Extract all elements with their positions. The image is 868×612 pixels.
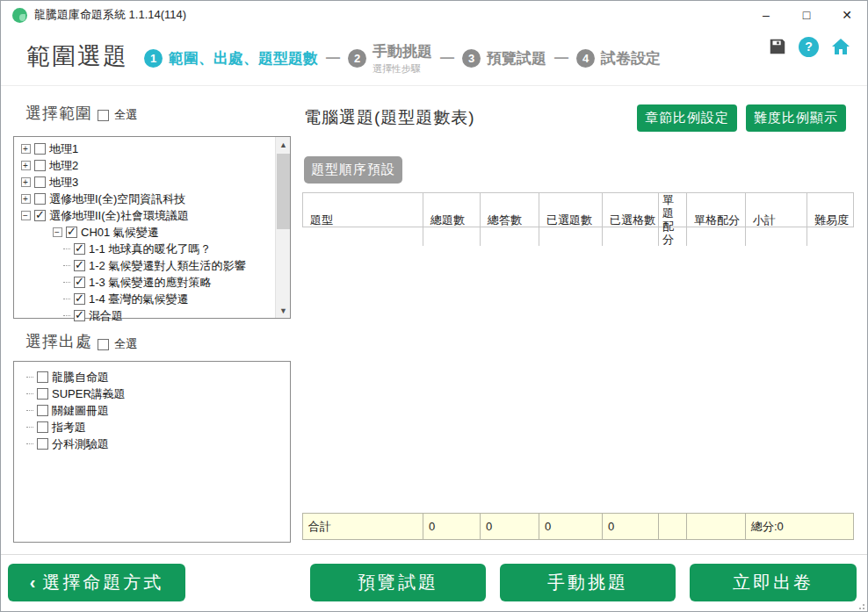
difficulty-ratio-button[interactable]: 難度比例顯示 — [746, 104, 846, 132]
back-button[interactable]: ‹ 選擇命題方式 — [8, 564, 185, 601]
step-3-label: 預覽試題 — [487, 48, 546, 68]
question-table-header: 題型 總題數 總答數 已選題數 已選格數 單題配分 單格配分 小計 難易度 — [302, 192, 854, 227]
tree-checkbox[interactable] — [74, 243, 85, 255]
scope-section-title: 選擇範圍 — [25, 103, 92, 124]
tree-connector — [26, 443, 33, 444]
source-checkbox[interactable] — [37, 405, 48, 416]
tree-checkbox[interactable] — [66, 227, 77, 238]
back-button-label: 選擇命題方式 — [42, 571, 163, 594]
source-list: 龍騰自命題 SUPER講義題 關鍵圖冊題 指考題 分科測驗題 — [13, 361, 291, 543]
tree-checkbox[interactable] — [34, 160, 46, 171]
tree-item[interactable]: CH01 氣候變遷 — [14, 224, 275, 241]
list-item[interactable]: 關鍵圖冊題 — [14, 402, 290, 419]
scope-select-all-checkbox[interactable] — [98, 110, 109, 121]
tree-item-label: 1-4 臺灣的氣候變遷 — [89, 292, 188, 307]
column-header: 單格配分 — [687, 193, 746, 246]
tree-connector — [63, 299, 70, 299]
maximize-button[interactable]: □ — [786, 1, 827, 29]
column-header: 已選格數 — [603, 193, 659, 246]
step-1-label: 範圍、出處、題型題數 — [169, 48, 318, 68]
step-3: 3 預覽試題 — [462, 48, 546, 68]
tree-checkbox[interactable] — [74, 260, 85, 271]
step-2-number: 2 — [348, 49, 366, 68]
expand-plus-icon[interactable] — [21, 194, 31, 204]
page-header: 範圍選題 1 範圍、出處、題型題數 — 2 手動挑題 選擇性步驟 — 3 預覽試… — [1, 29, 867, 86]
tree-item[interactable]: 混合題 — [14, 307, 275, 324]
tree-checkbox[interactable] — [74, 277, 85, 288]
source-select-all-checkbox[interactable] — [98, 339, 109, 350]
expand-minus-icon[interactable] — [53, 227, 62, 237]
save-icon[interactable] — [768, 37, 787, 56]
step-dash: — — [326, 50, 340, 66]
tree-checkbox[interactable] — [74, 293, 85, 305]
tree-item[interactable]: 1-1 地球真的暖化了嗎？ — [14, 241, 275, 257]
tree-item[interactable]: 選修地理I(全)空間資訊科技 — [14, 191, 275, 207]
title-bar: 龍騰題庫命題系統 1.1.14(114) – □ ✕ — [1, 1, 867, 29]
tree-item[interactable]: 地理1 — [14, 140, 275, 157]
home-icon[interactable] — [830, 36, 851, 57]
tree-connector — [63, 265, 70, 266]
tree-item[interactable]: 1-4 臺灣的氣候變遷 — [14, 291, 275, 307]
tree-item-label: 地理2 — [49, 158, 78, 174]
minimize-button[interactable]: – — [746, 1, 786, 29]
list-item[interactable]: 龍騰自命題 — [14, 369, 290, 385]
expand-plus-icon[interactable] — [21, 177, 31, 187]
chapter-ratio-button[interactable]: 章節比例設定 — [637, 104, 737, 132]
step-indicator: 1 範圍、出處、題型題數 — 2 手動挑題 選擇性步驟 — 3 預覽試題 — 4… — [144, 36, 661, 80]
tree-item[interactable]: 1-3 氣候變遷的應對策略 — [14, 274, 275, 291]
scope-tree: 地理1 地理2 地理3 選修地理I(全)空間資訊科技 選修地理II(全)社會環境… — [13, 136, 291, 319]
expand-plus-icon[interactable] — [21, 144, 31, 154]
expand-minus-icon[interactable] — [21, 211, 31, 220]
list-item[interactable]: SUPER講義題 — [14, 385, 290, 402]
column-header: 小計 — [746, 193, 807, 246]
list-item[interactable]: 分科測驗題 — [14, 436, 290, 452]
step-dash: — — [554, 50, 568, 66]
column-header: 已選題數 — [539, 193, 603, 246]
tree-checkbox[interactable] — [34, 143, 46, 155]
manual-pick-button[interactable]: 手動挑題 — [500, 564, 676, 601]
generate-paper-button[interactable]: 立即出卷 — [690, 564, 857, 601]
list-item-label: 關鍵圖冊題 — [52, 403, 109, 419]
tree-checkbox[interactable] — [34, 193, 46, 205]
tree-connector — [26, 377, 33, 378]
list-item-label: 龍騰自命題 — [52, 370, 109, 385]
step-1-number: 1 — [144, 49, 163, 68]
tree-scrollbar[interactable]: ▲ ▼ — [275, 137, 290, 318]
question-order-button[interactable]: 題型順序預設 — [304, 156, 402, 184]
source-checkbox[interactable] — [37, 388, 48, 400]
close-button[interactable]: ✕ — [827, 1, 867, 29]
expand-plus-icon[interactable] — [21, 161, 31, 170]
help-icon[interactable]: ? — [799, 37, 819, 57]
scroll-up-icon[interactable]: ▲ — [276, 137, 291, 152]
step-4: 4 試卷設定 — [576, 48, 661, 68]
tree-checkbox[interactable] — [34, 210, 46, 221]
app-logo-icon — [12, 8, 27, 23]
tree-connector — [63, 282, 70, 283]
step-3-number: 3 — [462, 49, 481, 68]
scroll-down-icon[interactable]: ▼ — [276, 303, 291, 318]
tree-item-label: 1-3 氣候變遷的應對策略 — [89, 275, 211, 291]
list-item[interactable]: 指考題 — [14, 419, 290, 436]
scope-select-all-label: 全選 — [114, 107, 137, 123]
scope-select-all[interactable]: 全選 — [98, 107, 137, 123]
source-select-all[interactable]: 全選 — [98, 336, 137, 352]
tree-item-label: 選修地理I(全)空間資訊科技 — [49, 191, 185, 207]
tree-item[interactable]: 地理2 — [14, 157, 275, 174]
tree-item[interactable]: 選修地理II(全)社會環境議題 — [14, 207, 275, 224]
list-item-label: 分科測驗題 — [52, 436, 109, 452]
tree-checkbox[interactable] — [74, 310, 85, 321]
preview-button[interactable]: 預覽試題 — [310, 564, 486, 601]
resize-grip-icon[interactable] — [856, 601, 864, 609]
total-row: 合計 0 0 0 0 總分:0 — [302, 513, 854, 540]
tree-connector — [63, 248, 70, 249]
source-checkbox[interactable] — [37, 371, 48, 383]
app-window: 龍騰題庫命題系統 1.1.14(114) – □ ✕ 範圍選題 1 範圍、出處、… — [0, 0, 868, 612]
tree-checkbox[interactable] — [34, 176, 46, 188]
source-checkbox[interactable] — [37, 438, 48, 450]
tree-item[interactable]: 地理3 — [14, 174, 275, 191]
column-header: 總答數 — [481, 193, 539, 246]
source-checkbox[interactable] — [37, 421, 48, 433]
column-header: 總題數 — [423, 193, 481, 246]
scroll-thumb[interactable] — [277, 154, 290, 229]
tree-item[interactable]: 1-2 氣候變遷對人類生活的影響 — [14, 257, 275, 274]
